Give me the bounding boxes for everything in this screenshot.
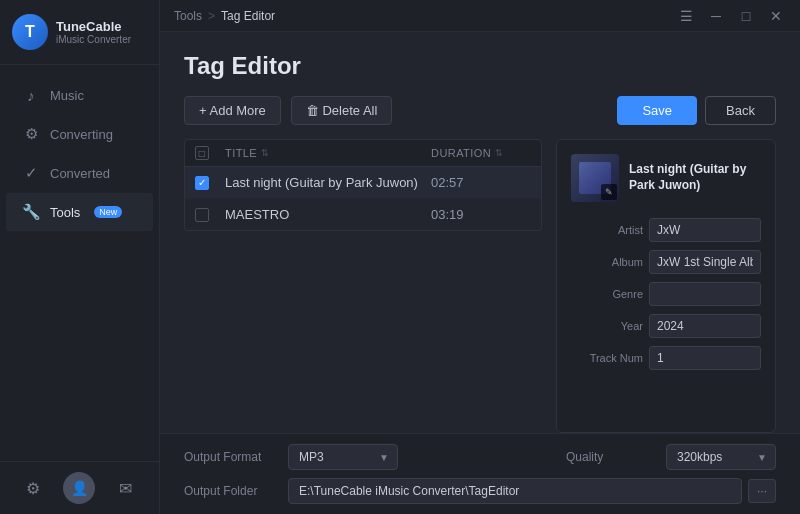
row-1-duration: 02:57 bbox=[431, 175, 531, 190]
detail-field-year: Year bbox=[571, 314, 761, 338]
main-area: Tools > Tag Editor ☰ ─ □ ✕ Tag Editor + … bbox=[160, 0, 800, 514]
sidebar-bottom: ⚙ 👤 ✉ bbox=[0, 461, 159, 514]
logo-icon: T bbox=[12, 14, 48, 50]
sidebar-item-tools[interactable]: 🔧 Tools New bbox=[6, 193, 153, 231]
detail-panel: ✎ Last night (Guitar by Park Juwon) Arti… bbox=[556, 139, 776, 433]
page-title: Tag Editor bbox=[184, 52, 776, 80]
quality-label: Quality bbox=[566, 450, 656, 464]
footer-quality-group: Quality 320kbps ▼ bbox=[566, 444, 776, 470]
row-1-title: Last night (Guitar by Park Juwon) bbox=[225, 175, 431, 190]
breadcrumb: Tools > Tag Editor bbox=[174, 9, 275, 23]
sidebar-item-converting[interactable]: ⚙ Converting bbox=[6, 115, 153, 153]
sidebar-item-music-label: Music bbox=[50, 88, 84, 103]
breadcrumb-current: Tag Editor bbox=[221, 9, 275, 23]
folder-browse-button[interactable]: ··· bbox=[748, 479, 776, 503]
music-icon: ♪ bbox=[22, 86, 40, 104]
album-art-edit-icon[interactable]: ✎ bbox=[601, 184, 617, 200]
row-2-checkbox[interactable] bbox=[195, 208, 209, 222]
genre-input[interactable] bbox=[649, 282, 761, 306]
footer-format-row: Output Format MP3 ▼ Quality 320kbps ▼ bbox=[184, 444, 776, 470]
app-subtitle: iMusic Converter bbox=[56, 34, 131, 45]
folder-label: Output Folder bbox=[184, 484, 274, 498]
footer: Output Format MP3 ▼ Quality 320kbps ▼ Ou… bbox=[160, 433, 800, 514]
app-name: TuneCable bbox=[56, 19, 131, 34]
sidebar-item-converting-label: Converting bbox=[50, 127, 113, 142]
titlebar: Tools > Tag Editor ☰ ─ □ ✕ bbox=[160, 0, 800, 32]
format-label: Output Format bbox=[184, 450, 274, 464]
format-select-container: MP3 ▼ bbox=[288, 444, 398, 470]
content-area: Tag Editor + Add More 🗑 Delete All Save … bbox=[160, 32, 800, 433]
detail-header: ✎ Last night (Guitar by Park Juwon) bbox=[571, 154, 761, 202]
quality-select-container: 320kbps ▼ bbox=[666, 444, 776, 470]
detail-track-name: Last night (Guitar by Park Juwon) bbox=[629, 162, 761, 193]
detail-field-tracknum: Track Num bbox=[571, 346, 761, 370]
folder-input[interactable] bbox=[288, 478, 742, 504]
col-duration: DURATION ⇅ bbox=[431, 147, 531, 159]
format-select-arrow-icon: ▼ bbox=[379, 452, 389, 463]
album-input[interactable] bbox=[649, 250, 761, 274]
artist-input[interactable] bbox=[649, 218, 761, 242]
detail-field-artist: Artist bbox=[571, 218, 761, 242]
logo-text: TuneCable iMusic Converter bbox=[56, 19, 131, 45]
table-header: □ TITLE ⇅ DURATION ⇅ bbox=[184, 139, 542, 167]
format-select[interactable]: MP3 ▼ bbox=[288, 444, 398, 470]
header-checkbox[interactable]: □ bbox=[195, 146, 209, 160]
table-panel: □ TITLE ⇅ DURATION ⇅ ✓ Last night (Guita… bbox=[184, 139, 776, 433]
app-logo: T TuneCable iMusic Converter bbox=[0, 0, 159, 65]
quality-select-arrow-icon: ▼ bbox=[757, 452, 767, 463]
folder-row: ··· bbox=[288, 478, 776, 504]
mail-icon[interactable]: ✉ bbox=[110, 472, 142, 504]
row-2-title: MAESTRO bbox=[225, 207, 431, 222]
album-label: Album bbox=[571, 256, 643, 268]
sort-title-icon: ⇅ bbox=[261, 148, 269, 158]
sidebar-item-converted-label: Converted bbox=[50, 166, 110, 181]
avatar[interactable]: 👤 bbox=[63, 472, 95, 504]
col-title: TITLE ⇅ bbox=[225, 147, 431, 159]
minimize-button[interactable]: ─ bbox=[706, 6, 726, 26]
quality-select[interactable]: 320kbps ▼ bbox=[666, 444, 776, 470]
maximize-button[interactable]: □ bbox=[736, 6, 756, 26]
table-row[interactable]: MAESTRO 03:19 bbox=[185, 199, 541, 230]
converting-icon: ⚙ bbox=[22, 125, 40, 143]
tracknum-input[interactable] bbox=[649, 346, 761, 370]
detail-field-album: Album bbox=[571, 250, 761, 274]
toolbar: + Add More 🗑 Delete All Save Back bbox=[184, 96, 776, 125]
tools-icon: 🔧 bbox=[22, 203, 40, 221]
row-1-checkbox[interactable]: ✓ bbox=[195, 176, 209, 190]
window-controls: ☰ ─ □ ✕ bbox=[676, 6, 786, 26]
album-art: ✎ bbox=[571, 154, 619, 202]
year-input[interactable] bbox=[649, 314, 761, 338]
track-table: □ TITLE ⇅ DURATION ⇅ ✓ Last night (Guita… bbox=[184, 139, 542, 433]
sidebar: T TuneCable iMusic Converter ♪ Music ⚙ C… bbox=[0, 0, 160, 514]
save-button[interactable]: Save bbox=[617, 96, 697, 125]
sidebar-nav: ♪ Music ⚙ Converting ✓ Converted 🔧 Tools… bbox=[0, 65, 159, 461]
detail-field-genre: Genre bbox=[571, 282, 761, 306]
tracknum-label: Track Num bbox=[571, 352, 643, 364]
artist-label: Artist bbox=[571, 224, 643, 236]
sidebar-item-music[interactable]: ♪ Music bbox=[6, 76, 153, 114]
settings-icon[interactable]: ⚙ bbox=[17, 472, 49, 504]
sort-duration-icon: ⇅ bbox=[495, 148, 503, 158]
delete-all-button[interactable]: 🗑 Delete All bbox=[291, 96, 393, 125]
footer-folder-row: Output Folder ··· bbox=[184, 478, 776, 504]
breadcrumb-sep: > bbox=[208, 9, 215, 23]
close-button[interactable]: ✕ bbox=[766, 6, 786, 26]
converted-icon: ✓ bbox=[22, 164, 40, 182]
year-label: Year bbox=[571, 320, 643, 332]
toolbar-right: Save Back bbox=[617, 96, 776, 125]
menu-button[interactable]: ☰ bbox=[676, 6, 696, 26]
table-row[interactable]: ✓ Last night (Guitar by Park Juwon) 02:5… bbox=[185, 167, 541, 199]
genre-label: Genre bbox=[571, 288, 643, 300]
add-more-button[interactable]: + Add More bbox=[184, 96, 281, 125]
row-2-duration: 03:19 bbox=[431, 207, 531, 222]
sidebar-item-tools-label: Tools bbox=[50, 205, 80, 220]
table-body: ✓ Last night (Guitar by Park Juwon) 02:5… bbox=[184, 167, 542, 231]
sidebar-item-converted[interactable]: ✓ Converted bbox=[6, 154, 153, 192]
breadcrumb-parent: Tools bbox=[174, 9, 202, 23]
tools-badge: New bbox=[94, 206, 122, 218]
back-button[interactable]: Back bbox=[705, 96, 776, 125]
